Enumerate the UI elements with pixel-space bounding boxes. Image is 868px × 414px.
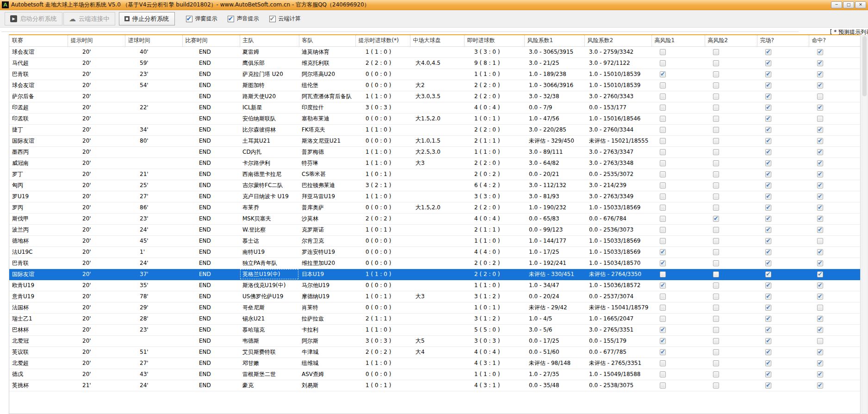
hit-checkbox[interactable] <box>817 82 823 88</box>
high-risk2-checkbox[interactable] <box>713 282 719 289</box>
table-row[interactable]: 巴林杯 20' 23' END 慕哈瑞克 卡拉利 1 ( 1 : 0 ) 5 (… <box>9 324 860 335</box>
hit-checkbox[interactable] <box>817 371 823 377</box>
table-row[interactable]: 罗丁 20' 21' END 西南德里卡拉尼 CS蒂米甚 1 ( 0 : 1 )… <box>9 169 860 180</box>
hit-checkbox[interactable] <box>817 249 823 255</box>
column-header-5[interactable]: 主队 <box>240 35 299 46</box>
hit-checkbox[interactable] <box>817 238 823 244</box>
minimize-button[interactable]: ─ <box>831 1 842 8</box>
table-row[interactable]: 波兰丙 20' 24' END W.登比察 克罗斯诺 1 ( 0 : 1 ) 2… <box>9 224 860 235</box>
table-row[interactable]: 国际友谊 20' 37' END 英格兰U19(中) 日本U19 1 ( 1 :… <box>9 269 860 280</box>
finished-checkbox[interactable] <box>765 194 771 200</box>
finished-checkbox[interactable] <box>765 116 771 122</box>
table-row[interactable]: 德戊 20' 43' END 雷根斯堡二世 ASV查姆 0 ( 0 : 0 ) … <box>9 369 860 380</box>
table-row[interactable]: 瑞士乙1 20' 28' END 锡永U21 拉萨拉兹 2 ( 1 : 1 ) … <box>9 313 860 324</box>
table-row[interactable]: 墨西丙 20' END CD内扎 普罗梅德 1 ( 1 : 0 ) 大2.5,3… <box>9 146 860 157</box>
column-header-15[interactable]: 命中? <box>809 35 860 46</box>
column-header-8[interactable]: 中场大球盘 <box>410 35 464 46</box>
column-header-3[interactable]: 进球时间 <box>125 35 182 46</box>
high-risk1-checkbox[interactable] <box>660 60 666 66</box>
high-risk1-checkbox[interactable] <box>660 105 666 111</box>
table-row[interactable]: 匈丙 20' 25' END 吉尔蒙特FC二队 巴拉顿弗莱迪 3 ( 2 : 1… <box>9 180 860 191</box>
finished-checkbox[interactable] <box>765 316 771 322</box>
table-row[interactable]: 北爱超 20' 27' END 邓甘嫩 纽维城 1 ( 1 : 0 ) 4 ( … <box>9 358 860 369</box>
finished-checkbox[interactable] <box>765 294 771 300</box>
column-header-2[interactable]: 提示时间 <box>68 35 125 46</box>
hit-checkbox[interactable] <box>817 360 823 366</box>
close-button[interactable]: ✕ <box>855 1 866 8</box>
high-risk1-checkbox[interactable] <box>660 260 666 266</box>
high-risk1-checkbox[interactable] <box>660 271 666 277</box>
cloud-connect-button[interactable]: ☁ 云端连接中 <box>63 12 115 25</box>
high-risk2-checkbox[interactable] <box>713 71 719 77</box>
high-risk2-checkbox[interactable] <box>713 338 719 344</box>
hit-checkbox[interactable] <box>817 282 823 289</box>
high-risk2-checkbox[interactable] <box>713 171 719 177</box>
high-risk1-checkbox[interactable] <box>660 249 666 255</box>
finished-checkbox[interactable] <box>765 138 771 144</box>
high-risk2-checkbox[interactable] <box>713 160 719 166</box>
finished-checkbox[interactable] <box>765 60 771 66</box>
cloud-compute-checkbox[interactable]: 云端计算 <box>269 15 301 23</box>
high-risk2-checkbox[interactable] <box>713 294 719 300</box>
table-row[interactable]: 英议联 20' 51' END 艾贝斯费特联 牛津城 2 ( 0 : 2 ) 大… <box>9 346 860 358</box>
high-risk1-checkbox[interactable] <box>660 160 666 166</box>
finished-checkbox[interactable] <box>765 182 771 188</box>
high-risk1-checkbox[interactable] <box>660 227 666 233</box>
hit-checkbox[interactable] <box>817 327 823 333</box>
column-header-7[interactable]: 提示时进球数(*) <box>355 35 410 46</box>
high-risk1-checkbox[interactable] <box>660 149 666 155</box>
high-risk1-checkbox[interactable] <box>660 282 666 289</box>
hit-checkbox[interactable] <box>817 271 823 277</box>
popup-alert-checkbox[interactable]: 弹窗提示 <box>186 15 217 23</box>
hit-checkbox[interactable] <box>817 71 823 77</box>
high-risk2-checkbox[interactable] <box>713 194 719 200</box>
table-row[interactable]: 国际友谊 20' 80' END 土耳其U21 斯洛文尼亚U21 0 ( 0 :… <box>9 135 860 146</box>
high-risk1-checkbox[interactable] <box>660 338 666 344</box>
scrollbar-thumb[interactable] <box>862 36 867 96</box>
high-risk1-checkbox[interactable] <box>660 371 666 377</box>
high-risk2-checkbox[interactable] <box>713 60 719 66</box>
finished-checkbox[interactable] <box>765 171 771 177</box>
hit-checkbox[interactable] <box>817 383 823 389</box>
high-risk2-checkbox[interactable] <box>713 360 719 366</box>
table-row[interactable]: 捷丁 20' 34' END 比尔森彼得林 FK塔克夫 1 ( 1 : 0 ) … <box>9 124 860 135</box>
vertical-scrollbar[interactable] <box>862 35 868 414</box>
high-risk2-checkbox[interactable] <box>713 105 719 111</box>
high-risk2-checkbox[interactable] <box>713 94 719 100</box>
high-risk2-checkbox[interactable] <box>713 49 719 55</box>
finished-checkbox[interactable] <box>765 127 771 133</box>
hit-checkbox[interactable] <box>817 94 823 100</box>
finished-checkbox[interactable] <box>765 260 771 266</box>
finished-checkbox[interactable] <box>765 94 771 100</box>
hit-checkbox[interactable] <box>817 227 823 233</box>
finished-checkbox[interactable] <box>765 105 771 111</box>
finished-checkbox[interactable] <box>765 305 771 311</box>
table-row[interactable]: 斯伐甲 20' 23' END MSK贝塞夫 沙莫林 2 ( 0 : 2 ) 4… <box>9 213 860 224</box>
column-header-11[interactable]: 风险系数2 <box>584 35 651 46</box>
finished-checkbox[interactable] <box>765 160 771 166</box>
finished-checkbox[interactable] <box>765 205 771 211</box>
column-header-9[interactable]: 即时进球数 <box>464 35 524 46</box>
hit-checkbox[interactable] <box>817 349 823 355</box>
high-risk1-checkbox[interactable] <box>660 49 666 55</box>
finished-checkbox[interactable] <box>765 249 771 255</box>
hit-checkbox[interactable] <box>817 294 823 300</box>
hit-checkbox[interactable] <box>817 127 823 133</box>
high-risk1-checkbox[interactable] <box>660 182 666 188</box>
high-risk1-checkbox[interactable] <box>660 205 666 211</box>
high-risk2-checkbox[interactable] <box>713 271 719 277</box>
table-row[interactable]: 欧青U19 20' 35' END 斯洛伐克U19(中) 马尔他U19 0 ( … <box>9 280 860 291</box>
high-risk2-checkbox[interactable] <box>713 371 719 377</box>
high-risk1-checkbox[interactable] <box>660 316 666 322</box>
high-risk1-checkbox[interactable] <box>660 71 666 77</box>
high-risk2-checkbox[interactable] <box>713 138 719 144</box>
high-risk2-checkbox[interactable] <box>713 227 719 233</box>
hit-checkbox[interactable] <box>817 216 823 222</box>
finished-checkbox[interactable] <box>765 327 771 333</box>
table-row[interactable]: 威冠南 20' END 卡尔路伊利 特芬琳 1 ( 1 : 0 ) 大3 2 (… <box>9 157 860 169</box>
high-risk1-checkbox[interactable] <box>660 116 666 122</box>
hit-checkbox[interactable] <box>817 260 823 266</box>
table-row[interactable]: 法U19C 20' 1' END 南特U19 罗连安特U19 0 ( 0 : 0… <box>9 246 860 257</box>
table-row[interactable]: 巴青联 20' 24' END 独立PA青年队 维拉里加U20 0 ( 0 : … <box>9 257 860 269</box>
table-row[interactable]: 罗U19 20' 27' END 克卢日纳波卡 U19 拜亚马雷U19 1 ( … <box>9 191 860 202</box>
